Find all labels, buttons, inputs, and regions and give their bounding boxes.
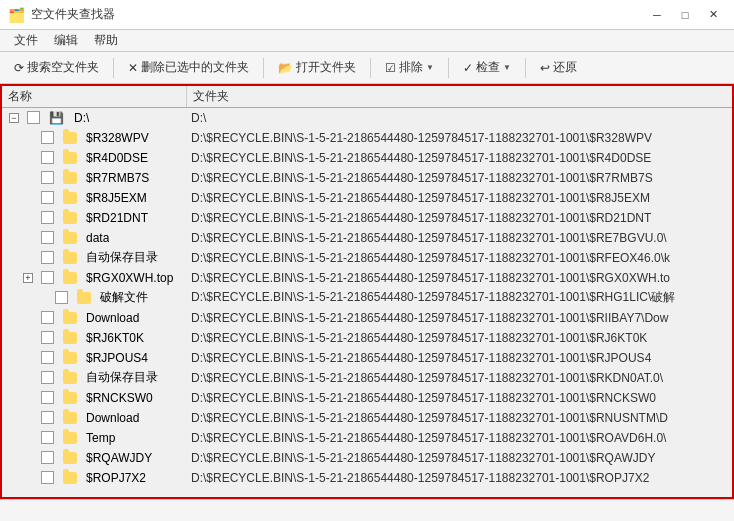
folder-icon	[63, 312, 77, 324]
expand-icon[interactable]: +	[23, 273, 33, 283]
table-row[interactable]: TempD:\$RECYCLE.BIN\S-1-5-21-2186544480-…	[2, 428, 732, 448]
row-checkbox[interactable]	[41, 451, 54, 464]
folder-icon	[63, 392, 77, 404]
row-name-text: $RGX0XWH.top	[86, 271, 173, 285]
table-row[interactable]: $RD21DNTD:\$RECYCLE.BIN\S-1-5-21-2186544…	[2, 208, 732, 228]
row-checkbox[interactable]	[41, 131, 54, 144]
folder-icon	[63, 472, 77, 484]
title-bar: 🗂️ 空文件夹查找器 ─ □ ✕	[0, 0, 734, 30]
row-checkbox[interactable]	[55, 291, 68, 304]
restore-button[interactable]: ↩ 还原	[532, 56, 585, 79]
main-panel: 名称 文件夹 −💾D:\D:\$R328WPVD:\$RECYCLE.BIN\S…	[0, 84, 734, 499]
separator-4	[448, 58, 449, 78]
menu-edit[interactable]: 编辑	[46, 30, 86, 51]
row-checkbox[interactable]	[41, 431, 54, 444]
row-checkbox[interactable]	[41, 351, 54, 364]
maximize-button[interactable]: □	[672, 5, 698, 25]
table-row[interactable]: $RNCKSW0D:\$RECYCLE.BIN\S-1-5-21-2186544…	[2, 388, 732, 408]
row-folder-text: D:\$RECYCLE.BIN\S-1-5-21-2186544480-1259…	[187, 171, 732, 185]
row-checkbox[interactable]	[41, 171, 54, 184]
row-folder-text: D:\$RECYCLE.BIN\S-1-5-21-2186544480-1259…	[187, 151, 732, 165]
expand-icon[interactable]: −	[9, 113, 19, 123]
folder-icon	[63, 132, 77, 144]
table-row[interactable]: $RJPOUS4D:\$RECYCLE.BIN\S-1-5-21-2186544…	[2, 348, 732, 368]
row-name-text: $R8J5EXM	[86, 191, 147, 205]
folder-icon	[63, 192, 77, 204]
row-name-text: $RNCKSW0	[86, 391, 153, 405]
app-icon: 🗂️	[8, 7, 25, 23]
search-icon: ⟳	[14, 61, 24, 75]
row-folder-text: D:\$RECYCLE.BIN\S-1-5-21-2186544480-1259…	[187, 451, 732, 465]
row-folder-text: D:\$RECYCLE.BIN\S-1-5-21-2186544480-1259…	[187, 371, 732, 385]
row-name-text: Download	[86, 311, 139, 325]
row-checkbox[interactable]	[41, 471, 54, 484]
row-checkbox[interactable]	[41, 211, 54, 224]
row-checkbox[interactable]	[41, 191, 54, 204]
drive-icon: 💾	[49, 111, 65, 125]
exclude-button[interactable]: ☑ 排除 ▼	[377, 56, 442, 79]
row-checkbox[interactable]	[41, 331, 54, 344]
table-row[interactable]: $R7RMB7SD:\$RECYCLE.BIN\S-1-5-21-2186544…	[2, 168, 732, 188]
row-name-text: D:\	[74, 111, 89, 125]
exclude-icon: ☑	[385, 61, 396, 75]
row-checkbox[interactable]	[41, 151, 54, 164]
table-row[interactable]: dataD:\$RECYCLE.BIN\S-1-5-21-2186544480-…	[2, 228, 732, 248]
table-row[interactable]: DownloadD:\$RECYCLE.BIN\S-1-5-21-2186544…	[2, 308, 732, 328]
table-row[interactable]: $RQAWJDYD:\$RECYCLE.BIN\S-1-5-21-2186544…	[2, 448, 732, 468]
row-folder-text: D:\$RECYCLE.BIN\S-1-5-21-2186544480-1259…	[187, 351, 732, 365]
window-controls: ─ □ ✕	[644, 5, 726, 25]
table-row[interactable]: $RJ6KT0KD:\$RECYCLE.BIN\S-1-5-21-2186544…	[2, 328, 732, 348]
row-checkbox[interactable]	[41, 371, 54, 384]
header-name: 名称	[2, 86, 187, 107]
separator-5	[525, 58, 526, 78]
row-name-text: data	[86, 231, 109, 245]
search-folders-button[interactable]: ⟳ 搜索空文件夹	[6, 56, 107, 79]
table-row[interactable]: 破解文件D:\$RECYCLE.BIN\S-1-5-21-2186544480-…	[2, 288, 732, 308]
exclude-dropdown-arrow: ▼	[426, 63, 434, 72]
folder-icon	[63, 352, 77, 364]
row-name-text: $RQAWJDY	[86, 451, 152, 465]
table-row[interactable]: 自动保存目录D:\$RECYCLE.BIN\S-1-5-21-218654448…	[2, 368, 732, 388]
table-header: 名称 文件夹	[2, 86, 732, 108]
open-icon: 📂	[278, 61, 293, 75]
row-checkbox[interactable]	[27, 111, 40, 124]
row-name-text: Download	[86, 411, 139, 425]
table-row[interactable]: DownloadD:\$RECYCLE.BIN\S-1-5-21-2186544…	[2, 408, 732, 428]
menu-help[interactable]: 帮助	[86, 30, 126, 51]
folder-icon	[63, 332, 77, 344]
table-row[interactable]: $R8J5EXMD:\$RECYCLE.BIN\S-1-5-21-2186544…	[2, 188, 732, 208]
folder-icon	[63, 252, 77, 264]
row-checkbox[interactable]	[41, 411, 54, 424]
row-folder-text: D:\$RECYCLE.BIN\S-1-5-21-2186544480-1259…	[187, 471, 732, 485]
row-name-text: 自动保存目录	[86, 249, 158, 266]
row-checkbox[interactable]	[41, 311, 54, 324]
table-row[interactable]: $ROPJ7X2D:\$RECYCLE.BIN\S-1-5-21-2186544…	[2, 468, 732, 488]
table-row[interactable]: 自动保存目录D:\$RECYCLE.BIN\S-1-5-21-218654448…	[2, 248, 732, 268]
row-checkbox[interactable]	[41, 231, 54, 244]
row-folder-text: D:\$RECYCLE.BIN\S-1-5-21-2186544480-1259…	[187, 311, 732, 325]
row-checkbox[interactable]	[41, 251, 54, 264]
close-button[interactable]: ✕	[700, 5, 726, 25]
row-name-text: $RD21DNT	[86, 211, 148, 225]
row-folder-text: D:\$RECYCLE.BIN\S-1-5-21-2186544480-1259…	[187, 411, 732, 425]
row-folder-text: D:\$RECYCLE.BIN\S-1-5-21-2186544480-1259…	[187, 289, 732, 306]
row-name-text: 自动保存目录	[86, 369, 158, 386]
table-row[interactable]: $R4D0DSED:\$RECYCLE.BIN\S-1-5-21-2186544…	[2, 148, 732, 168]
folder-icon	[63, 152, 77, 164]
row-name-text: Temp	[86, 431, 115, 445]
delete-folders-button[interactable]: ✕ 删除已选中的文件夹	[120, 56, 257, 79]
row-name-text: $RJPOUS4	[86, 351, 148, 365]
table-row[interactable]: −💾D:\D:\	[2, 108, 732, 128]
row-checkbox[interactable]	[41, 391, 54, 404]
menu-file[interactable]: 文件	[6, 30, 46, 51]
row-checkbox[interactable]	[41, 271, 54, 284]
restore-icon: ↩	[540, 61, 550, 75]
minimize-button[interactable]: ─	[644, 5, 670, 25]
file-list[interactable]: −💾D:\D:\$R328WPVD:\$RECYCLE.BIN\S-1-5-21…	[2, 108, 732, 497]
check-button[interactable]: ✓ 检查 ▼	[455, 56, 519, 79]
table-row[interactable]: $R328WPVD:\$RECYCLE.BIN\S-1-5-21-2186544…	[2, 128, 732, 148]
window-title: 空文件夹查找器	[31, 6, 644, 23]
table-row[interactable]: +$RGX0XWH.topD:\$RECYCLE.BIN\S-1-5-21-21…	[2, 268, 732, 288]
row-name-text: $ROPJ7X2	[86, 471, 146, 485]
open-folder-button[interactable]: 📂 打开文件夹	[270, 56, 364, 79]
